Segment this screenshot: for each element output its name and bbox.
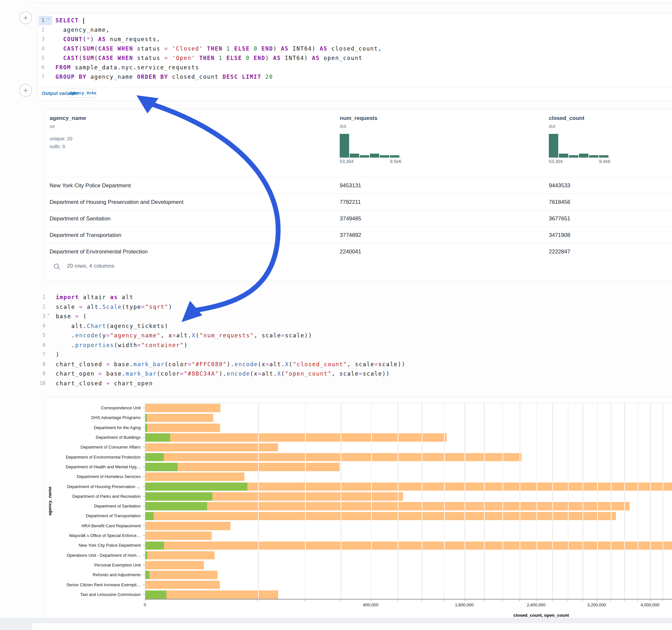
bar-closed-count[interactable] [145,502,629,510]
bar-closed-count[interactable] [145,472,244,481]
bar-closed-count[interactable] [145,551,215,560]
sql-code-line[interactable]: FROM sample_data.nyc.service_requests [55,63,199,72]
bar-closed-count[interactable] [145,581,220,589]
chevron-down-icon[interactable]: ⌄ [46,15,50,20]
x-axis-tick [519,600,520,601]
y-axis-tick [143,447,145,447]
code-token: END [262,45,273,52]
add-cell-button-middle[interactable]: + [19,84,32,97]
y-axis-tick [143,428,145,428]
bar-open-count[interactable] [145,571,149,579]
sql-code-editor[interactable]: ⌄1SELECT 2 agency_name,3 COUNT(*) AS num… [37,16,672,84]
code-token: "num_requests" [200,332,254,339]
bar-closed-count[interactable] [145,453,522,461]
column-header-closed_count[interactable]: closed_count [549,115,584,122]
table-row[interactable]: Department of Housing Preservation and D… [45,193,672,210]
gridline-over-bar [444,453,445,461]
result-table[interactable]: agency_namestrunique: 20nulls: 0num_requ… [44,109,672,281]
bar-closed-count[interactable] [145,433,447,442]
code-token: "#8BC34A" [184,370,219,377]
python-code-line[interactable]: .encode(y="agency_name", x=alt.X("num_re… [56,331,312,340]
code-token [261,74,265,80]
y-axis-label: Mayorâ€ s Office of Special Enforce… [45,533,141,538]
chart-gridline [502,403,503,600]
column-header-num_requests[interactable]: num_requests [340,115,377,122]
table-row[interactable]: New York City Police Department945313194… [45,177,672,194]
bar-open-count[interactable] [145,502,207,510]
python-code-editor[interactable]: 1import altair as alt2scale = alt.Scale(… [37,293,672,390]
column-header-agency_name[interactable]: agency_name [50,115,86,122]
bar-closed-count[interactable] [145,443,278,452]
python-code-line[interactable]: ) [56,350,59,359]
x-axis-tick [484,600,484,601]
gridline-over-bar [444,502,445,510]
sql-code-line[interactable]: COUNT(*) AS num_requests, [55,35,161,44]
sql-code-line[interactable]: CAST(SUM(CASE WHEN status = 'Open' THEN … [55,53,362,63]
bar-closed-count[interactable] [145,423,220,432]
histogram-max-label: 9.5e6 [379,159,401,164]
gridline-over-bar [502,453,503,461]
search-icon[interactable] [53,263,61,272]
code-token: open_count [320,55,362,61]
sql-code-line[interactable]: agency_name, [55,25,110,35]
bar-open-count[interactable] [145,463,178,471]
gridline-over-bar [398,541,399,550]
gridline-over-bar [398,512,399,520]
python-code-line[interactable]: chart_closed + chart_open [56,379,153,388]
bar-closed-count[interactable] [145,404,220,412]
gridline-over-bar [502,512,503,520]
table-row[interactable]: Department of Sanitation37494853677651 [45,210,672,227]
sql-code-line[interactable]: GROUP BY agency_name ORDER BY closed_cou… [55,72,273,82]
y-axis-tick [143,486,145,487]
python-code-line[interactable]: chart_closed = base.mark_bar(color="#FFC… [56,360,406,369]
bar-closed-count[interactable] [145,532,212,540]
python-code-line[interactable]: alt.Chart(agency_tickets) [56,321,169,331]
gridline-over-bar [258,463,259,471]
bar-closed-count[interactable] [145,571,217,579]
python-code-line[interactable]: .properties(width="container") [56,341,188,350]
sql-code-line[interactable]: CAST(SUM(CASE WHEN status = 'Closed' THE… [55,44,382,53]
histogram-axis [549,158,610,158]
gridline-over-bar [536,541,537,550]
line-number: 4 [29,44,44,53]
chevron-down-icon[interactable]: ⌄ [47,311,50,316]
bar-open-count[interactable] [145,492,212,501]
bar-open-count[interactable] [145,423,147,432]
gridline-over-bar [305,541,306,550]
code-token: chart_closed [56,380,106,387]
column-stat: nulls: 0 [50,144,65,149]
python-code-line[interactable]: base = ( [56,312,87,321]
line-number: 3 [30,312,45,321]
code-token: ( [94,45,98,52]
bar-closed-count[interactable] [145,512,616,520]
code-token: = [180,370,184,377]
gridline-over-bar [371,502,372,510]
code-token: (type [122,304,141,310]
python-code-line[interactable]: scale = alt.Scale(type="sqrt") [56,302,172,312]
bar-open-count[interactable] [145,512,154,520]
python-code-line[interactable]: import altair as alt [56,293,134,302]
bar-open-count[interactable] [145,541,164,550]
bar-open-count[interactable] [145,453,164,461]
bar-open-count[interactable] [145,590,166,599]
sql-cell[interactable]: ⌄1SELECT 2 agency_name,3 COUNT(*) AS num… [37,13,672,100]
python-code-line[interactable]: chart_open = base.mark_bar(color="#8BC34… [56,369,390,379]
bar-open-count[interactable] [145,483,247,491]
table-row[interactable]: Department of Environmental Protection22… [45,243,672,260]
code-token: ) [56,351,59,358]
bar-closed-count[interactable] [145,522,231,530]
bar-closed-count[interactable] [145,561,204,570]
table-row[interactable]: Department of Transportation377489234719… [45,226,672,243]
gridline-over-bar [371,541,372,550]
code-token: encode [234,361,258,367]
bar-closed-count[interactable] [145,414,213,422]
x-axis-label: 800,000 [363,602,378,607]
bar-open-count[interactable] [145,414,147,422]
bar-open-count[interactable] [145,433,170,442]
bar-open-count[interactable] [145,551,147,560]
output-variable-pill[interactable]: agency_tickets [67,89,96,98]
code-token: Chart [87,323,106,329]
code-token: = [164,55,168,61]
bar-closed-count[interactable] [145,541,672,550]
sql-code-line[interactable]: SELECT [55,16,84,25]
